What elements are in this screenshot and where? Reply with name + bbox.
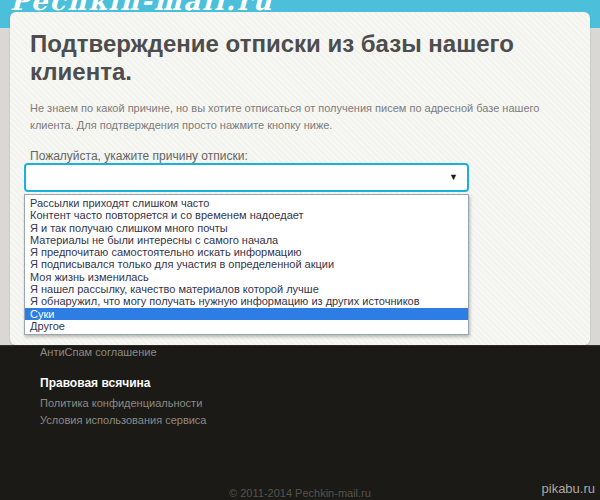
footer-heading: Правовая всячина xyxy=(40,376,150,390)
chevron-down-icon: ▼ xyxy=(449,173,458,182)
page-title: Подтверждение отписки из базы нашего кли… xyxy=(30,30,570,87)
dropdown-option[interactable]: Я нашел рассылку, качество материалов ко… xyxy=(25,283,468,295)
footer-link-terms[interactable]: Условия использования сервиса xyxy=(40,414,207,426)
dropdown-option[interactable]: Рассылки приходят слишком часто xyxy=(25,197,468,209)
dropdown-option[interactable]: Я подписывался только для участия в опре… xyxy=(25,258,468,270)
dropdown-option-selected[interactable]: Суки xyxy=(25,308,468,320)
content-card: Подтверждение отписки из базы нашего кли… xyxy=(10,12,590,345)
reason-dropdown-list: Рассылки приходят слишком часто Контент … xyxy=(24,194,469,335)
watermark-text: pikabu.ru xyxy=(542,481,595,496)
footer: Правовая всячина АнтиСпам соглашение Пол… xyxy=(0,345,600,500)
dropdown-option[interactable]: Я предпочитаю самостоятельно искать инфо… xyxy=(25,246,468,258)
reason-select[interactable]: ▼ xyxy=(24,163,469,192)
reason-label: Пожалуйста, укажите причину отписки: xyxy=(30,149,570,163)
dropdown-option[interactable]: Другое xyxy=(25,320,468,332)
footer-link-antispam[interactable]: АнтиСпам соглашение xyxy=(40,346,157,358)
description-text: Не знаем по какой причине, но вы хотите … xyxy=(30,100,570,134)
dropdown-option[interactable]: Моя жизнь изменилась xyxy=(25,271,468,283)
copyright-text: © 2011-2014 Pechkin-mail.ru xyxy=(0,487,600,499)
dropdown-option[interactable]: Контент часто повторяется и со временем … xyxy=(25,209,468,221)
dropdown-option[interactable]: Я и так получаю слишком много почты xyxy=(25,222,468,234)
dropdown-option[interactable]: Я обнаружил, что могу получать нужную ин… xyxy=(25,295,468,307)
footer-link-privacy[interactable]: Политика конфиденциальности xyxy=(40,397,202,409)
dropdown-option[interactable]: Материалы не были интересны с самого нач… xyxy=(25,234,468,246)
